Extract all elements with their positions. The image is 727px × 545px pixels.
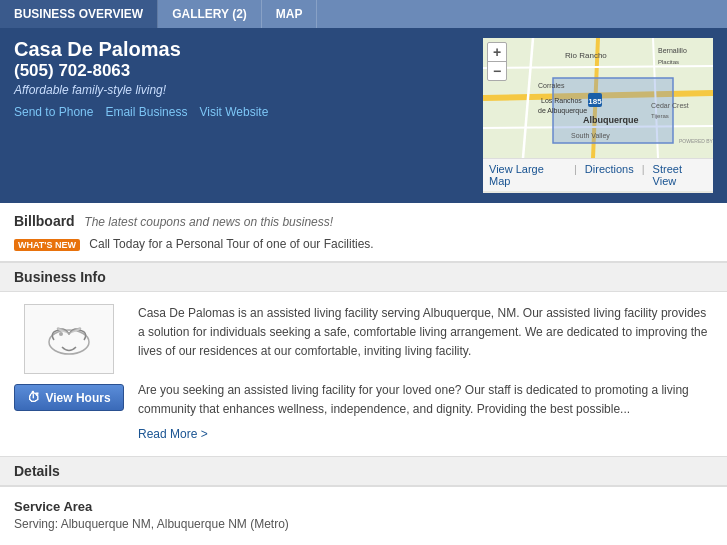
map-zoom-controls: + − xyxy=(487,42,507,81)
business-info-left: ⏱ View Hours xyxy=(14,304,124,444)
send-to-phone-link[interactable]: Send to Phone xyxy=(14,105,93,119)
directions-link[interactable]: Directions xyxy=(585,163,634,187)
view-large-map-link[interactable]: View Large Map xyxy=(489,163,566,187)
business-header: Casa De Palomas (505) 702-8063 Affordabl… xyxy=(0,28,727,203)
svg-text:Los Ranchos: Los Ranchos xyxy=(541,97,582,104)
service-area-title: Service Area xyxy=(14,499,713,514)
whats-new-badge: WHAT'S NEW xyxy=(14,239,80,251)
tab-business-overview[interactable]: BUSINESS OVERVIEW xyxy=(0,0,158,28)
header-links: Send to Phone Email Business Visit Websi… xyxy=(14,105,483,119)
map-image[interactable]: Rio Rancho Bernalillo Placitas Corrales … xyxy=(483,38,713,158)
map-zoom-in[interactable]: + xyxy=(488,43,506,61)
business-info-header: Business Info xyxy=(0,262,727,292)
business-name: Casa De Palomas xyxy=(14,38,483,61)
business-tagline: Affordable family-style living! xyxy=(14,83,483,97)
clock-icon: ⏱ xyxy=(27,390,40,405)
service-area-value: Serving: Albuquerque NM, Albuquerque NM … xyxy=(14,517,713,531)
svg-point-22 xyxy=(59,332,63,336)
details-header: Details xyxy=(0,456,727,486)
map-zoom-out[interactable]: − xyxy=(488,62,506,80)
email-business-link[interactable]: Email Business xyxy=(105,105,187,119)
business-description-1: Casa De Palomas is an assisted living fa… xyxy=(138,304,713,362)
billboard-callout: WHAT'S NEW Call Today for a Personal Tou… xyxy=(14,237,713,251)
svg-text:Rio Rancho: Rio Rancho xyxy=(565,51,607,60)
street-view-link[interactable]: Street View xyxy=(653,163,707,187)
header-info: Casa De Palomas (505) 702-8063 Affordabl… xyxy=(14,38,483,119)
business-logo xyxy=(24,304,114,374)
svg-text:Tijeras: Tijeras xyxy=(651,113,669,119)
svg-text:Cedar Crest: Cedar Crest xyxy=(651,102,689,109)
svg-text:South Valley: South Valley xyxy=(571,132,610,140)
tab-gallery[interactable]: GALLERY (2) xyxy=(158,0,262,28)
svg-text:Albuquerque: Albuquerque xyxy=(583,115,639,125)
business-info-right: Casa De Palomas is an assisted living fa… xyxy=(138,304,713,444)
tabs-bar: BUSINESS OVERVIEW GALLERY (2) MAP xyxy=(0,0,727,28)
svg-text:185: 185 xyxy=(588,97,602,106)
svg-text:de Albuquerque: de Albuquerque xyxy=(538,107,587,115)
billboard-subtitle: The latest coupons and news on this busi… xyxy=(84,215,333,229)
svg-text:Bernalillo: Bernalillo xyxy=(658,47,687,54)
view-hours-button[interactable]: ⏱ View Hours xyxy=(14,384,123,411)
billboard-section: Billboard The latest coupons and news on… xyxy=(0,203,727,262)
svg-text:Corrales: Corrales xyxy=(538,82,565,89)
details-content: Service Area Serving: Albuquerque NM, Al… xyxy=(0,486,727,545)
business-description-2: Are you seeking an assisted living facil… xyxy=(138,381,713,419)
map-links: View Large Map | Directions | Street Vie… xyxy=(483,158,713,191)
visit-website-link[interactable]: Visit Website xyxy=(199,105,268,119)
main-content: Billboard The latest coupons and news on… xyxy=(0,203,727,545)
billboard-title: Billboard xyxy=(14,213,75,229)
svg-text:POWERED BY: POWERED BY xyxy=(679,138,713,144)
read-more-link[interactable]: Read More > xyxy=(138,425,713,444)
billboard-callout-text: Call Today for a Personal Tour of one of… xyxy=(89,237,373,251)
service-area-category: Service Area Serving: Albuquerque NM, Al… xyxy=(14,499,713,531)
map-container: Rio Rancho Bernalillo Placitas Corrales … xyxy=(483,38,713,193)
svg-text:Placitas: Placitas xyxy=(658,59,679,65)
tab-map[interactable]: MAP xyxy=(262,0,318,28)
business-info-content: ⏱ View Hours Casa De Palomas is an assis… xyxy=(0,292,727,456)
business-phone: (505) 702-8063 xyxy=(14,61,483,81)
